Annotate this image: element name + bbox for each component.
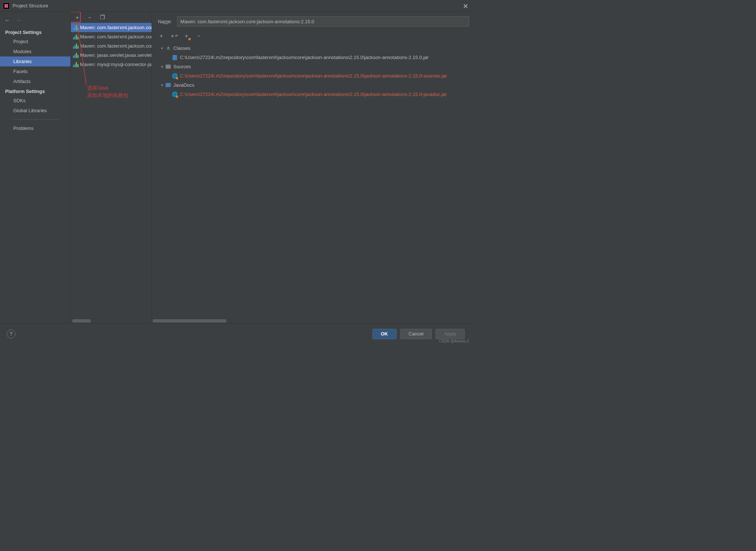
add-item-icon[interactable]: ＋ bbox=[157, 32, 165, 40]
sidebar-item-project[interactable]: Project bbox=[0, 37, 70, 47]
tree-node-classes[interactable]: ▾⋔Classes bbox=[156, 44, 472, 53]
classes-icon: ⋔ bbox=[165, 45, 171, 51]
tree-leaf-javadocs-path[interactable]: 🌐C:\Users\27224\.m2\repository\com\faste… bbox=[156, 90, 472, 99]
library-tree: ▾⋔Classes C:\Users\27224\.m2\repository\… bbox=[156, 42, 472, 99]
titlebar: Project Structure ✕ bbox=[0, 0, 472, 12]
library-entry[interactable]: Maven: com.fasterxml.jackson.core:jackso… bbox=[71, 32, 152, 41]
library-bars-icon bbox=[73, 62, 79, 67]
sidebar-item-problems[interactable]: Problems bbox=[0, 123, 70, 133]
sidebar-item-libraries[interactable]: Libraries bbox=[0, 56, 70, 66]
sidebar: ← → Project Settings Project Modules Lib… bbox=[0, 12, 71, 323]
ok-button[interactable]: OK bbox=[372, 329, 397, 339]
window-title: Project Structure bbox=[13, 3, 48, 8]
remove-item-icon[interactable]: － bbox=[195, 32, 203, 40]
path-text: C:\Users\27224\.m2\repository\com\faster… bbox=[180, 73, 447, 79]
library-bars-icon bbox=[73, 34, 79, 39]
path-text: C:\Users\27224\.m2\repository\com\faster… bbox=[180, 55, 429, 60]
globe-download-icon: 🌐 bbox=[172, 73, 178, 79]
add-annotated-icon[interactable]: ＋ bbox=[182, 32, 190, 40]
library-bars-icon bbox=[73, 25, 79, 30]
library-entry[interactable]: Maven: com.fasterxml.jackson.core:jackso… bbox=[71, 23, 152, 32]
library-entry[interactable]: Maven: mysql:mysql-connector-java:8.0.33 bbox=[71, 60, 152, 69]
apply-button[interactable]: Apply bbox=[436, 329, 465, 339]
library-entry[interactable]: Maven: javax.servlet:javax.servlet-api:4… bbox=[71, 51, 152, 60]
sidebar-item-modules[interactable]: Modules bbox=[0, 47, 70, 56]
sidebar-item-global-libraries[interactable]: Global Libraries bbox=[0, 106, 70, 116]
tree-node-sources[interactable]: ▾Sources bbox=[156, 62, 472, 71]
forward-arrow-icon[interactable]: → bbox=[15, 17, 21, 24]
folder-icon bbox=[165, 64, 171, 70]
globe-download-icon: 🌐 bbox=[172, 92, 178, 97]
library-entry[interactable]: Maven: com.fasterxml.jackson.core:jackso… bbox=[71, 41, 152, 51]
chevron-down-icon[interactable]: ▾ bbox=[159, 65, 164, 69]
annotation-text-2: 添加本地的依赖包 bbox=[87, 92, 128, 99]
help-icon[interactable]: ? bbox=[7, 330, 15, 338]
library-entry-label: Maven: com.fasterxml.jackson.core:jackso… bbox=[80, 34, 152, 39]
sidebar-item-artifacts[interactable]: Artifacts bbox=[0, 76, 70, 86]
annotation-text-1: 选择Java bbox=[87, 84, 108, 92]
folder-javadoc-icon bbox=[165, 82, 171, 88]
library-bars-icon bbox=[73, 53, 79, 58]
library-entry-label: Maven: com.fasterxml.jackson.core:jackso… bbox=[80, 25, 152, 30]
tree-label: JavaDocs bbox=[173, 82, 194, 88]
add-from-maven-icon[interactable]: ＋⟳ bbox=[170, 32, 178, 40]
scrollbar-horizontal[interactable] bbox=[72, 319, 91, 323]
tree-leaf-classes-path[interactable]: C:\Users\27224\.m2\repository\com\faster… bbox=[156, 53, 472, 62]
library-toolbar: ＋ － ❐ bbox=[71, 12, 152, 23]
library-entry-label: Maven: com.fasterxml.jackson.core:jackso… bbox=[80, 43, 152, 49]
sidebar-item-facets[interactable]: Facets bbox=[0, 66, 70, 76]
cancel-button[interactable]: Cancel bbox=[400, 329, 432, 339]
library-entry-label: Maven: mysql:mysql-connector-java:8.0.33 bbox=[80, 62, 152, 67]
remove-library-icon[interactable]: － bbox=[86, 13, 94, 21]
scrollbar-horizontal[interactable] bbox=[153, 319, 226, 323]
library-file-icon bbox=[172, 55, 178, 61]
name-label: Name: bbox=[158, 19, 172, 24]
path-text: C:\Users\27224\.m2\repository\com\faster… bbox=[180, 92, 447, 97]
library-bars-icon bbox=[73, 44, 79, 49]
chevron-down-icon[interactable]: ▾ bbox=[159, 83, 164, 87]
tree-node-javadocs[interactable]: ▾JavaDocs bbox=[156, 80, 472, 90]
sidebar-item-sdks[interactable]: SDKs bbox=[0, 96, 70, 106]
watermark-text: CSDN @Ameris Z bbox=[439, 339, 469, 343]
copy-library-icon[interactable]: ❐ bbox=[98, 13, 106, 21]
sidebar-separator bbox=[13, 119, 59, 120]
section-project-settings: Project Settings bbox=[0, 27, 70, 37]
tree-label: Classes bbox=[173, 45, 190, 51]
library-name-input[interactable] bbox=[177, 16, 469, 27]
nav-arrows: ← → bbox=[0, 16, 70, 27]
tree-leaf-sources-path[interactable]: 🌐C:\Users\27224\.m2\repository\com\faste… bbox=[156, 71, 472, 80]
library-entries: Maven: com.fasterxml.jackson.core:jackso… bbox=[71, 23, 152, 323]
chevron-down-icon[interactable]: ▾ bbox=[159, 46, 164, 50]
detail-toolbar: ＋ ＋⟳ ＋ － bbox=[156, 30, 472, 42]
detail-panel: Name: ＋ ＋⟳ ＋ － ▾⋔Classes C:\Users\27224\… bbox=[152, 12, 472, 323]
main-content: ← → Project Settings Project Modules Lib… bbox=[0, 12, 472, 323]
section-platform-settings: Platform Settings bbox=[0, 86, 70, 96]
back-arrow-icon[interactable]: ← bbox=[4, 17, 10, 24]
name-row: Name: bbox=[156, 15, 472, 30]
app-icon bbox=[3, 3, 10, 9]
close-icon[interactable]: ✕ bbox=[463, 2, 468, 10]
footer: ? OK Cancel Apply bbox=[0, 323, 472, 344]
library-entry-label: Maven: javax.servlet:javax.servlet-api:4… bbox=[80, 52, 152, 58]
add-library-icon[interactable]: ＋ bbox=[73, 13, 81, 21]
library-list-panel: ＋ － ❐ Maven: com.fasterxml.jackson.core:… bbox=[71, 12, 152, 323]
tree-label: Sources bbox=[173, 64, 191, 69]
